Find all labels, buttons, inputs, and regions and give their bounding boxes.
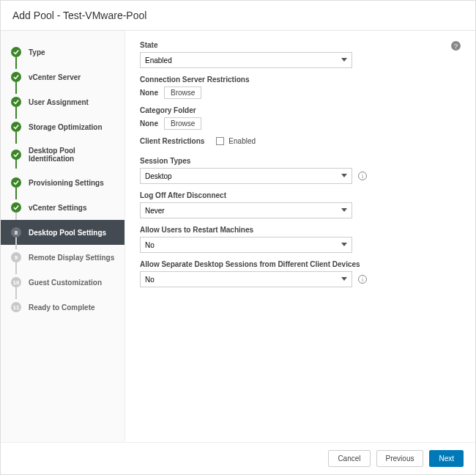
- check-icon: [11, 72, 21, 82]
- session-types-select[interactable]: Desktop: [140, 168, 352, 184]
- step-provisioning-settings[interactable]: Provisioning Settings: [1, 170, 124, 195]
- field-allow-restart: Allow Users to Restart Machines No: [140, 226, 461, 253]
- checkbox-label: Enabled: [228, 137, 256, 145]
- field-logoff-after-disconnect: Log Off After Disconnect Never: [140, 191, 461, 218]
- field-client-restrictions: Client Restrictions Enabled: [140, 137, 461, 145]
- step-label: Remote Display Settings: [29, 254, 114, 262]
- browse-button[interactable]: Browse: [164, 86, 201, 99]
- step-label: vCenter Server: [29, 73, 81, 81]
- step-number-icon: 11: [11, 302, 21, 312]
- field-connection-restrictions: Connection Server Restrictions None Brow…: [140, 76, 461, 99]
- check-icon: [11, 150, 21, 160]
- browse-button[interactable]: Browse: [164, 117, 201, 130]
- state-label: State: [140, 41, 461, 49]
- step-guest-customization[interactable]: 10 Guest Customization: [1, 270, 124, 295]
- allow-separate-select[interactable]: No: [140, 271, 352, 287]
- step-vcenter-settings[interactable]: vCenter Settings: [1, 195, 124, 220]
- form-panel: ? State Enabled Connection Server Restri…: [125, 31, 475, 442]
- step-label: User Assignment: [29, 98, 89, 106]
- info-icon[interactable]: i: [358, 172, 367, 180]
- step-storage-optimization[interactable]: Storage Optimization: [1, 114, 124, 139]
- client-restrictions-label: Client Restrictions: [140, 137, 204, 145]
- step-label: Desktop Pool Identification: [29, 147, 117, 163]
- cancel-button[interactable]: Cancel: [328, 450, 370, 467]
- add-pool-dialog: Add Pool - Test-VMware-Pool Type vCenter…: [0, 0, 476, 475]
- step-label: Provisioning Settings: [29, 179, 104, 187]
- allow-restart-select[interactable]: No: [140, 237, 352, 253]
- info-icon[interactable]: i: [358, 275, 367, 284]
- step-label: Type: [29, 48, 45, 56]
- step-type[interactable]: Type: [1, 40, 124, 65]
- step-label: vCenter Settings: [29, 204, 86, 212]
- connection-restrictions-value: None: [140, 89, 158, 97]
- logoff-select[interactable]: Never: [140, 202, 352, 218]
- session-types-label: Session Types: [140, 157, 461, 165]
- field-session-types: Session Types Desktop i: [140, 157, 461, 184]
- wizard-sidebar: Type vCenter Server User Assignment Stor…: [1, 31, 125, 442]
- step-label: Desktop Pool Settings: [29, 229, 106, 237]
- previous-button[interactable]: Previous: [376, 450, 424, 467]
- step-desktop-pool-identification[interactable]: Desktop Pool Identification: [1, 139, 124, 170]
- check-icon: [11, 47, 21, 57]
- step-vcenter-server[interactable]: vCenter Server: [1, 65, 124, 89]
- logoff-label: Log Off After Disconnect: [140, 191, 461, 199]
- field-category-folder: Category Folder None Browse: [140, 106, 461, 130]
- state-select[interactable]: Enabled: [140, 52, 352, 68]
- connection-restrictions-label: Connection Server Restrictions: [140, 76, 461, 84]
- step-number-icon: 10: [11, 277, 21, 287]
- dialog-footer: Cancel Previous Next: [1, 442, 475, 474]
- allow-separate-label: Allow Separate Desktop Sessions from Dif…: [140, 260, 461, 268]
- step-remote-display-settings[interactable]: 9 Remote Display Settings: [1, 245, 124, 270]
- step-number-icon: 9: [11, 252, 21, 262]
- dialog-body: Type vCenter Server User Assignment Stor…: [1, 31, 475, 442]
- step-user-assignment[interactable]: User Assignment: [1, 89, 124, 114]
- category-folder-value: None: [140, 119, 158, 128]
- check-icon: [11, 177, 21, 188]
- next-button[interactable]: Next: [429, 450, 464, 467]
- step-desktop-pool-settings[interactable]: 8 Desktop Pool Settings: [1, 220, 124, 245]
- step-number-icon: 8: [11, 227, 21, 238]
- check-icon: [11, 202, 21, 213]
- check-icon: [11, 122, 21, 132]
- step-label: Storage Optimization: [29, 123, 103, 131]
- allow-restart-label: Allow Users to Restart Machines: [140, 226, 461, 234]
- check-icon: [11, 97, 21, 107]
- step-label: Ready to Complete: [29, 303, 95, 312]
- client-restrictions-checkbox[interactable]: [216, 137, 224, 145]
- field-state: State Enabled: [140, 41, 461, 68]
- step-ready-to-complete[interactable]: 11 Ready to Complete: [1, 295, 124, 320]
- category-folder-label: Category Folder: [140, 106, 461, 114]
- dialog-title: Add Pool - Test-VMware-Pool: [1, 1, 475, 31]
- field-allow-separate-sessions: Allow Separate Desktop Sessions from Dif…: [140, 260, 461, 287]
- help-icon[interactable]: ?: [451, 41, 461, 51]
- step-label: Guest Customization: [29, 279, 102, 287]
